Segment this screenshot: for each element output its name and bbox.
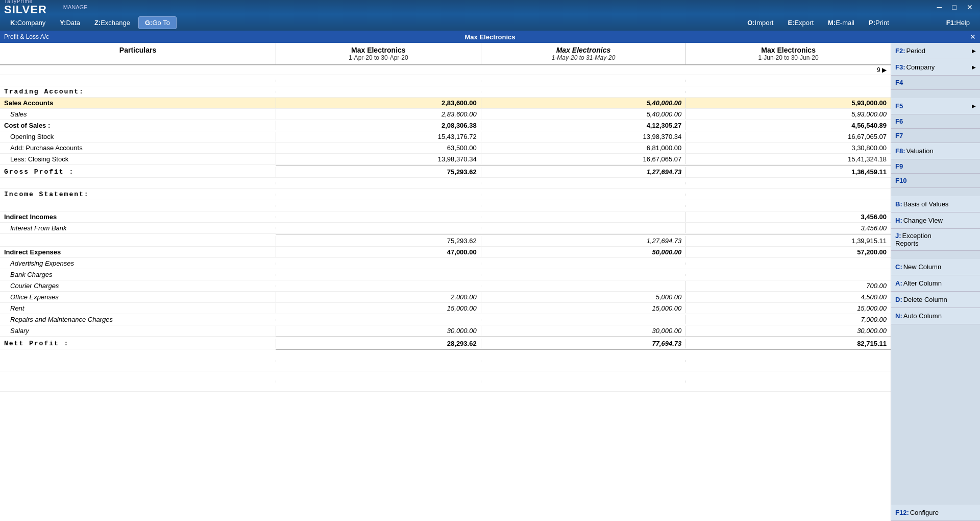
right-sidebar: F2:Period ▶ F3:Company ▶ F4 F5 ▶ F6 F7 F… (891, 43, 980, 521)
particulars-header: Particulars (0, 43, 276, 64)
minimize-button[interactable]: ─ (934, 2, 945, 12)
title-bar-controls: ─ □ ✕ (934, 2, 976, 12)
window-title: Max Electronics (465, 33, 516, 41)
courier-charges-row[interactable]: Courier Charges 700.00 (0, 280, 891, 292)
sidebar-f3-company[interactable]: F3:Company ▶ (891, 59, 980, 76)
salary-row[interactable]: Salary 30,000.00 30,000.00 30,000.00 (0, 325, 891, 337)
sidebar-f10-label: F10 (895, 177, 908, 184)
sidebar-d-label: D:Delete Column (895, 296, 947, 303)
nett-profit-row[interactable]: Nett Profit : 28,293.62 77,694.73 82,715… (0, 338, 891, 349)
sidebar-c-new-column[interactable]: C:New Column (891, 259, 980, 275)
report-table[interactable]: 9 ▶ Trading Account: Sales Accounts 2,83… (0, 65, 891, 521)
gross-profit-c3: 1,36,459.11 (685, 167, 891, 177)
spacer-row-3 (0, 200, 891, 211)
menu-print[interactable]: P:Print (863, 17, 895, 29)
opening-stock-label: Opening Stock (0, 132, 276, 141)
col-header-1: Max Electronics 1-Apr-20 to 30-Apr-20 (276, 43, 481, 64)
sidebar-f5-label: F5 (895, 102, 904, 110)
bank-charges-row[interactable]: Bank Charges (0, 269, 891, 280)
report-header: Particulars Max Electronics 1-Apr-20 to … (0, 43, 891, 65)
sidebar-d-delete-column[interactable]: D:Delete Column (891, 292, 980, 308)
sidebar-j-exception-reports[interactable]: J:ExceptionReports (891, 229, 980, 251)
sidebar-f4: F4 (891, 76, 980, 90)
menu-exchange[interactable]: Z:Exchange (88, 17, 136, 29)
salary-c2: 30,000.00 (481, 326, 686, 336)
indirect-expenses-row[interactable]: Indirect Expenses 47,000.00 50,000.00 57… (0, 247, 891, 258)
repairs-row[interactable]: Repairs and Maintenance Charges 7,000.00 (0, 314, 891, 325)
interest-from-bank-row[interactable]: Interest From Bank 3,456.00 (0, 223, 891, 234)
office-expenses-row[interactable]: Office Expenses 2,000.00 5,000.00 4,500.… (0, 292, 891, 303)
sales-accounts-c3: 5,93,000.00 (685, 98, 891, 108)
sales-accounts-label: Sales Accounts (0, 98, 276, 108)
sidebar-f8-valuation[interactable]: F8:Valuation (891, 143, 980, 159)
trading-account-header: Trading Account: (0, 86, 891, 98)
office-expenses-c3: 4,500.00 (685, 292, 891, 302)
sales-row[interactable]: Sales 2,83,600.00 5,40,000.00 5,93,000.0… (0, 109, 891, 120)
sidebar-f7: F7 (891, 129, 980, 143)
menu-data[interactable]: Y:Data (54, 17, 86, 29)
purchase-accounts-c1: 63,500.00 (276, 143, 481, 153)
sidebar-f7-label: F7 (895, 132, 904, 139)
col2-company: Max Electronics (485, 46, 682, 54)
col-header-3: Max Electronics 1-Jun-20 to 30-Jun-20 (685, 43, 891, 64)
sidebar-f12-configure[interactable]: F12:Configure (891, 505, 980, 521)
col3-company: Max Electronics (690, 46, 887, 54)
separator-2 (0, 234, 891, 235)
purchase-accounts-c2: 6,81,000.00 (481, 143, 686, 153)
opening-stock-c1: 15,43,176.72 (276, 132, 481, 141)
cost-of-sales-c2: 4,12,305.27 (481, 121, 686, 130)
sales-c2: 5,40,000.00 (481, 109, 686, 119)
window-close-button[interactable]: ✕ (970, 33, 976, 41)
menu-email[interactable]: M:E-mail (822, 17, 861, 29)
menu-export[interactable]: E:Export (781, 17, 820, 29)
sidebar-f9-label: F9 (895, 162, 904, 170)
subtotal-c3: 1,39,915.11 (685, 236, 891, 246)
indirect-expenses-c1: 47,000.00 (276, 247, 481, 257)
maximize-button[interactable]: □ (949, 2, 960, 12)
gross-profit-row[interactable]: Gross Profit : 75,293.62 1,27,694.73 1,3… (0, 167, 891, 178)
closing-stock-c1: 13,98,370.34 (276, 154, 481, 164)
nett-profit-c3: 82,715.11 (685, 339, 891, 348)
close-button[interactable]: ✕ (964, 2, 976, 12)
sidebar-f6: F6 (891, 114, 980, 129)
sidebar-f10: F10 (891, 174, 980, 188)
closing-stock-c3: 15,41,324.18 (685, 154, 891, 164)
page-number: 9 ▶ (877, 66, 887, 74)
subtotal-c1: 75,293.62 (276, 236, 481, 246)
sidebar-h-change-view[interactable]: H:Change View (891, 212, 980, 229)
office-expenses-label: Office Expenses (0, 292, 276, 302)
office-expenses-c1: 2,000.00 (276, 292, 481, 302)
sidebar-b-basis-of-values[interactable]: B:Basis of Values (891, 196, 980, 212)
rent-row[interactable]: Rent 15,000.00 15,000.00 15,000.00 (0, 303, 891, 314)
sidebar-f2-arrow: ▶ (972, 48, 976, 54)
nett-profit-label: Nett Profit : (0, 339, 276, 348)
col-header-2: Max Electronics 1-May-20 to 31-May-20 (481, 43, 686, 64)
sales-label: Sales (0, 109, 276, 119)
sidebar-f2-period[interactable]: F2:Period ▶ (891, 43, 980, 59)
cost-of-sales-row[interactable]: Cost of Sales : 2,08,306.38 4,12,305.27 … (0, 120, 891, 131)
sidebar-a-alter-column[interactable]: A:Alter Column (891, 275, 980, 292)
menu-goto[interactable]: G:Go To (138, 16, 177, 29)
closing-stock-row[interactable]: Less: Closing Stock 13,98,370.34 16,67,0… (0, 154, 891, 165)
advertising-expenses-row[interactable]: Advertising Expenses (0, 258, 891, 269)
rent-label: Rent (0, 303, 276, 313)
menu-company[interactable]: K:Company (4, 17, 52, 29)
sidebar-h-label: H:Change View (895, 217, 943, 224)
trading-account-label: Trading Account: (0, 87, 276, 97)
sidebar-f5[interactable]: F5 ▶ (891, 98, 980, 114)
closing-stock-label: Less: Closing Stock (0, 154, 276, 164)
sidebar-n-auto-column[interactable]: N:Auto Column (891, 308, 980, 324)
repairs-label: Repairs and Maintenance Charges (0, 315, 276, 324)
report-area: Particulars Max Electronics 1-Apr-20 to … (0, 43, 891, 521)
indirect-incomes-row[interactable]: Indirect Incomes 3,456.00 (0, 211, 891, 223)
sidebar-f9: F9 (891, 159, 980, 174)
indirect-incomes-label: Indirect Incomes (0, 212, 276, 222)
menu-import[interactable]: O:Import (741, 17, 779, 29)
sidebar-f5-arrow: ▶ (972, 103, 976, 109)
bank-charges-label: Bank Charges (0, 270, 276, 279)
opening-stock-row[interactable]: Opening Stock 15,43,176.72 13,98,370.34 … (0, 131, 891, 143)
purchase-accounts-row[interactable]: Add: Purchase Accounts 63,500.00 6,81,00… (0, 143, 891, 154)
sales-accounts-row[interactable]: Sales Accounts 2,83,600.00 5,40,000.00 5… (0, 98, 891, 109)
menu-help[interactable]: F1:Help (940, 17, 976, 29)
sidebar-f12-label: F12:Configure (895, 509, 939, 516)
